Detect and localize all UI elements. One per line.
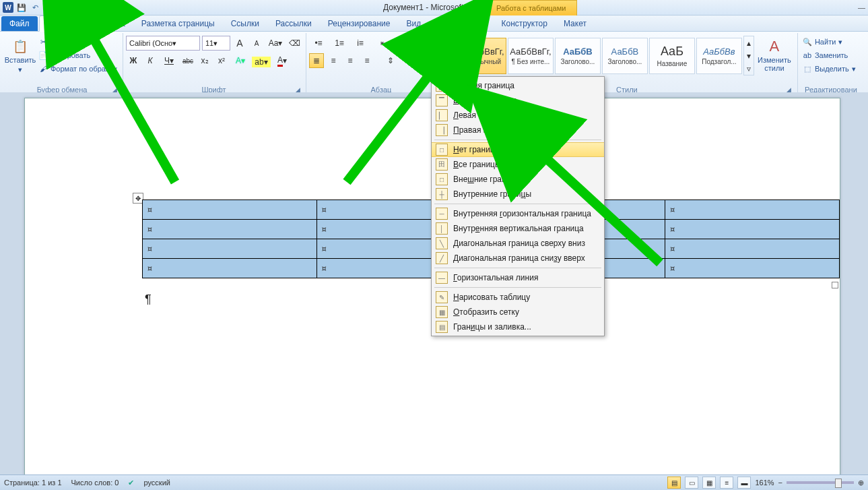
border-option-icon: ▁ bbox=[436, 80, 448, 92]
border-option[interactable]: ─Внутренняя горизонтальная граница bbox=[432, 206, 604, 221]
tab-table-design[interactable]: Конструктор bbox=[494, 16, 556, 31]
tab-foxit-pdf[interactable]: Foxit PDF bbox=[429, 16, 481, 31]
increase-indent-button[interactable]: ⇥ bbox=[393, 36, 408, 51]
line-spacing-button[interactable]: ⇕ bbox=[381, 53, 400, 68]
redo-icon[interactable]: ↻ bbox=[43, 2, 54, 13]
change-styles-icon: A bbox=[766, 38, 782, 55]
view-draft[interactable]: ▬ bbox=[737, 477, 751, 489]
tab-home[interactable]: Главная bbox=[39, 16, 88, 32]
style-normal[interactable]: АаБбВвГг,¶ Обычный bbox=[461, 38, 506, 74]
align-center-button[interactable]: ≡ bbox=[326, 53, 341, 68]
find-button[interactable]: 🔍Найти ▾ bbox=[801, 36, 858, 48]
tab-view[interactable]: Вид bbox=[398, 16, 429, 31]
highlight-button[interactable]: ab▾ bbox=[252, 57, 271, 67]
zoom-slider[interactable] bbox=[787, 481, 854, 484]
border-option-icon: — bbox=[436, 272, 448, 284]
style-title[interactable]: АаБНазвание bbox=[649, 38, 695, 74]
underline-button[interactable]: Ч▾ bbox=[160, 53, 178, 68]
tab-review[interactable]: Рецензирование bbox=[320, 16, 399, 31]
style-subtitle[interactable]: АаБбВвПодзагол... bbox=[696, 38, 742, 74]
view-print-layout[interactable]: ▤ bbox=[667, 477, 681, 489]
group-clipboard: 📋 Вставить ▾ ✂Вырезать 📄Копировать 🖌Форм… bbox=[3, 33, 123, 95]
shading-button[interactable]: ▦ bbox=[407, 53, 426, 68]
tab-file[interactable]: Файл bbox=[1, 16, 38, 31]
border-option[interactable]: ▏Левая граница bbox=[432, 108, 604, 123]
select-button[interactable]: ⬚Выделить ▾ bbox=[801, 63, 858, 75]
copy-button[interactable]: 📄Копировать bbox=[36, 49, 119, 61]
table-resize-handle[interactable] bbox=[832, 282, 838, 288]
border-option[interactable]: ✎Нарисовать таблицу bbox=[432, 290, 604, 305]
styles-scroll-down[interactable]: ▾ bbox=[744, 49, 754, 62]
font-name-combo[interactable]: Calibri (Осно ▾ bbox=[126, 36, 200, 51]
styles-scroll-up[interactable]: ▴ bbox=[744, 36, 754, 49]
sort-button[interactable]: A↓ bbox=[415, 36, 430, 51]
change-case-button[interactable]: Aa▾ bbox=[266, 36, 285, 51]
border-option[interactable]: ▦Отобразить сетку bbox=[432, 305, 604, 319]
view-web-layout[interactable]: ▦ bbox=[702, 477, 716, 489]
group-editing: 🔍Найти ▾ abЗаменить ⬚Выделить ▾ Редактир… bbox=[798, 33, 865, 95]
style-heading2[interactable]: АаБбВЗаголово... bbox=[602, 38, 648, 74]
border-option[interactable]: ▕Правая граница bbox=[432, 123, 604, 137]
repeat-icon[interactable]: 🔄 bbox=[57, 2, 67, 13]
qat-more-icon[interactable]: ▾ bbox=[70, 2, 81, 13]
multilevel-button[interactable]: i≡ bbox=[351, 36, 370, 51]
tab-page-layout[interactable]: Разметка страницы bbox=[133, 16, 223, 31]
bold-button[interactable]: Ж bbox=[126, 53, 141, 68]
bullets-button[interactable]: •≡ bbox=[309, 36, 328, 51]
style-heading1[interactable]: АаБбВЗаголово... bbox=[555, 38, 601, 74]
zoom-out-button[interactable]: − bbox=[778, 479, 782, 487]
style-no-spacing[interactable]: АаБбВвГг,¶ Без инте... bbox=[508, 38, 554, 74]
border-option[interactable]: ┼Внутренние границы bbox=[432, 187, 604, 202]
border-option[interactable]: □Внешние границы bbox=[432, 172, 604, 187]
font-size-combo[interactable]: 11 ▾ bbox=[202, 36, 230, 51]
replace-button[interactable]: abЗаменить bbox=[801, 49, 858, 61]
tab-references[interactable]: Ссылки bbox=[223, 16, 267, 31]
change-styles-button[interactable]: A Изменить стили bbox=[756, 36, 793, 72]
italic-button[interactable]: К bbox=[143, 53, 158, 68]
clear-formatting-button[interactable]: ⌫ bbox=[287, 36, 302, 51]
status-page[interactable]: Страница: 1 из 1 bbox=[4, 479, 62, 487]
shrink-font-button[interactable]: A bbox=[249, 36, 264, 51]
status-language[interactable]: русский bbox=[143, 479, 170, 487]
numbering-button[interactable]: 1≡ bbox=[330, 36, 349, 51]
border-option[interactable]: ▁Нижняя граница bbox=[432, 78, 604, 93]
border-option[interactable]: 田Все границы bbox=[432, 157, 604, 172]
status-spellcheck-icon[interactable]: ✔ bbox=[128, 479, 134, 487]
save-icon[interactable]: 💾 bbox=[16, 2, 27, 13]
font-color-button[interactable]: A▾ bbox=[273, 53, 292, 68]
view-outline[interactable]: ≡ bbox=[720, 477, 733, 489]
status-word-count[interactable]: Число слов: 0 bbox=[71, 479, 119, 487]
styles-expand[interactable]: ▿ bbox=[744, 62, 754, 75]
decrease-indent-button[interactable]: ⇤ bbox=[376, 36, 391, 51]
superscript-button[interactable]: x² bbox=[214, 53, 229, 68]
border-option[interactable]: ╱Диагональная граница снизу вверх bbox=[432, 251, 604, 266]
border-option-label: Горизонтальная линия bbox=[453, 273, 538, 282]
zoom-level[interactable]: 161% bbox=[755, 479, 774, 487]
show-marks-button[interactable]: ¶ bbox=[432, 36, 446, 51]
strikethrough-button[interactable]: abc bbox=[180, 53, 195, 68]
border-option[interactable]: ╲Диагональная граница сверху вниз bbox=[432, 236, 604, 251]
view-full-screen[interactable]: ▭ bbox=[685, 477, 698, 489]
grow-font-button[interactable]: A bbox=[232, 36, 247, 51]
format-painter-button[interactable]: 🖌Формат по образцу bbox=[36, 63, 119, 75]
border-option[interactable]: —Горизонтальная линия bbox=[432, 270, 604, 285]
tab-table-layout[interactable]: Макет bbox=[556, 16, 595, 31]
border-option[interactable]: │Внутренняя вертикальная граница bbox=[432, 221, 604, 236]
tab-insert[interactable]: Вставка bbox=[87, 16, 133, 31]
border-option[interactable]: ▔Верхняя граница bbox=[432, 93, 604, 108]
subscript-button[interactable]: x₂ bbox=[197, 53, 212, 68]
align-left-button[interactable]: ≣ bbox=[309, 53, 324, 68]
styles-gallery[interactable]: АаБбВвГг,¶ Обычный АаБбВвГг,¶ Без инте..… bbox=[461, 36, 754, 75]
align-right-button[interactable]: ≡ bbox=[343, 53, 358, 68]
minimize-button[interactable]: — bbox=[858, 3, 865, 11]
tab-mailings[interactable]: Рассылки bbox=[267, 16, 320, 31]
undo-icon[interactable]: ↶ bbox=[30, 2, 40, 13]
border-option[interactable]: □Нет границы bbox=[432, 142, 604, 157]
border-option[interactable]: ▤Границы и заливка... bbox=[432, 319, 604, 334]
cut-button[interactable]: ✂Вырезать bbox=[36, 36, 119, 48]
align-justify-button[interactable]: ≡ bbox=[360, 53, 374, 68]
zoom-in-button[interactable]: ⊕ bbox=[858, 479, 864, 487]
text-effects-button[interactable]: A▾ bbox=[231, 53, 250, 68]
borders-button[interactable]: ▦▾ bbox=[428, 53, 446, 68]
paste-button[interactable]: 📋 Вставить ▾ bbox=[5, 36, 35, 73]
